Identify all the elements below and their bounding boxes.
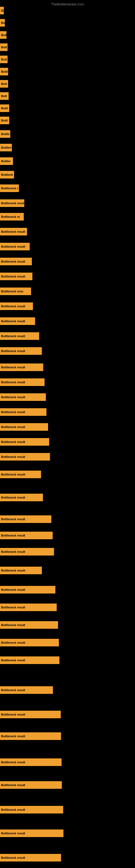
- bar-label: Bo: [1, 9, 4, 12]
- bar-label: Bottleneck result: [1, 496, 25, 499]
- list-item: Bottleneck result: [0, 567, 42, 574]
- bar-label: Bottleneck result: [1, 761, 25, 764]
- bar-label: Bottleneck result: [1, 550, 25, 553]
- list-item: Bott: [0, 80, 8, 88]
- bar-label: Bottl: [1, 70, 8, 73]
- bar-label: Bottleneck r: [1, 187, 18, 190]
- list-item: Bottleneck re: [0, 213, 24, 220]
- bar-label: Bottleneck result: [1, 335, 25, 338]
- bar-label: Bottleneck result: [1, 275, 25, 278]
- bar-label: Bottleneck result: [1, 623, 25, 627]
- list-item: Bottle: [0, 130, 10, 138]
- list-item: Bottl: [0, 117, 9, 124]
- bar-label: Bottleneck result: [1, 659, 25, 662]
- list-item: Bottleneck result: [0, 586, 55, 593]
- list-item: Bottleneck result: [0, 548, 54, 556]
- bar-label: Bottleneck result: [1, 641, 25, 644]
- list-item: Bottleneck result: [0, 781, 62, 789]
- bar-label: Bott: [1, 82, 7, 86]
- list-item: Bottl: [0, 68, 8, 75]
- list-item: Bottleneck result: [0, 438, 49, 446]
- bar-label: Bottleneck result: [1, 735, 25, 738]
- list-item: Bottleneck result: [0, 621, 58, 629]
- bar-label: Bottleneck result: [1, 534, 25, 537]
- bar-label: Bott: [1, 58, 7, 61]
- bar-label: Bottler: [1, 159, 10, 163]
- list-item: Bottleneck result: [0, 453, 50, 461]
- bar-label: Bottleneck resul: [1, 202, 24, 205]
- bar-label: Bottleneck result: [1, 305, 25, 308]
- bar-label: Bottleneck result: [1, 425, 25, 429]
- bar-label: Bottleneck result: [1, 783, 25, 786]
- list-item: Bottleneck result: [0, 393, 46, 401]
- list-item: Bottleneck result: [0, 303, 33, 310]
- list-item: Bottleneck result: [0, 378, 45, 386]
- bar-label: Bottl: [1, 119, 8, 122]
- list-item: Bottleneck result: [0, 317, 35, 325]
- list-item: Bottlen: [0, 144, 12, 151]
- site-title: TheBottlenecker.com: [0, 0, 135, 7]
- list-item: Bottler: [0, 157, 13, 165]
- list-item: Bottleneck result: [0, 423, 48, 431]
- bar-label: Bottleneck result: [1, 396, 25, 399]
- list-item: Bottleneck result: [0, 243, 30, 250]
- bar-label: Bottleneck resu: [1, 290, 24, 293]
- bar-label: Bottleneck result: [1, 688, 25, 692]
- list-item: Bottleneck result: [0, 639, 59, 646]
- bar-label: Bottl: [1, 106, 8, 110]
- list-item: Bottleneck result: [0, 603, 57, 611]
- bar-label: Bottleneck result: [1, 440, 25, 443]
- list-item: Bott: [0, 56, 8, 63]
- bar-label: Bottleneck result: [1, 319, 25, 323]
- list-item: Bottleneck result: [0, 516, 51, 523]
- list-item: Bottleneck result: [0, 494, 43, 501]
- bar-label: Bottleneck result: [1, 808, 25, 811]
- list-item: Bott: [0, 92, 9, 100]
- list-item: Bottleneck result: [0, 347, 42, 355]
- bar-label: Bottleneck result: [1, 518, 25, 521]
- bar-label: Bottle: [1, 132, 9, 135]
- list-item: Bottleneck result: [0, 258, 32, 265]
- list-item: Bo: [0, 19, 5, 27]
- list-item: Bottleneck result: [0, 758, 61, 766]
- list-item: Bottleneck result: [0, 733, 61, 740]
- bar-label: Bottleneck result: [1, 606, 25, 609]
- list-item: Bottleneck resul: [0, 199, 24, 207]
- bar-label: Bott: [1, 94, 7, 98]
- bar-label: Bottlen: [1, 146, 11, 149]
- bar-label: Bottleneck result: [1, 713, 25, 716]
- list-item: Bo: [0, 7, 4, 14]
- list-item: Bottleneck result: [0, 711, 61, 718]
- bar-label: Bottleneck result: [1, 380, 25, 384]
- bar-label: Bottleneck result: [1, 410, 25, 414]
- bar-label: Bottleneck result: [1, 856, 25, 859]
- list-item: Bottleneck result: [0, 686, 53, 694]
- bar-label: Bottleneck result: [1, 349, 25, 352]
- bar-label: Bottlenk: [1, 173, 13, 176]
- bar-label: Bottleneck result: [1, 473, 25, 476]
- list-item: Bottleneck result: [0, 332, 39, 340]
- bar-label: Bottleneck result: [1, 588, 25, 591]
- bar-label: Bottleneck result: [1, 569, 25, 572]
- list-item: Bottlenk: [0, 171, 14, 179]
- list-item: Bottleneck result: [0, 364, 43, 371]
- bar-label: Bottleneck result: [1, 832, 25, 835]
- list-item: Bottleneck result: [0, 471, 41, 478]
- list-item: Bottleneck resu: [0, 287, 31, 295]
- list-item: Bottleneck r: [0, 184, 19, 192]
- bar-label: Bottleneck result: [1, 260, 25, 263]
- bar-label: Bott: [1, 33, 6, 37]
- bar-label: Bottleneck result: [1, 245, 25, 248]
- bar-label: Bottleneck result: [1, 455, 25, 458]
- list-item: Bottleneck result: [0, 408, 46, 416]
- list-item: Bott: [0, 31, 6, 39]
- list-item: Bottleneck result: [0, 830, 63, 837]
- list-item: Bottleneck result: [0, 806, 63, 813]
- bar-label: Bott: [1, 45, 7, 49]
- list-item: Bottl: [0, 104, 9, 112]
- bar-label: Bottleneck result: [1, 366, 25, 369]
- bar-label: Bottleneck result: [1, 230, 25, 233]
- bar-label: Bottleneck re: [1, 215, 20, 218]
- list-item: Bottleneck result: [0, 532, 53, 539]
- list-item: Bottleneck result: [0, 228, 27, 236]
